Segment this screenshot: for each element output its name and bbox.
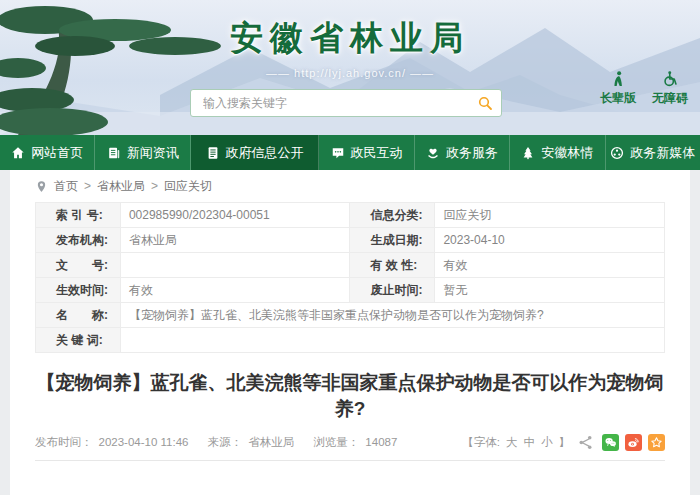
validity-value: 有效 — [435, 253, 665, 278]
search-button[interactable] — [469, 90, 501, 116]
table-row: 索 引 号: 002985990/202304-00051 信息分类: 回应关切 — [36, 203, 665, 228]
banner: 安徽省林业局 —— http://lyj.ah.gov.cn/ —— 长辈版 — [0, 0, 700, 135]
nav-label: 政府信息公开 — [226, 144, 304, 162]
doc-number-label: 文 号: — [36, 253, 121, 278]
breadcrumb-bureau[interactable]: 省林业局 — [97, 178, 145, 195]
validity-label: 有 效 性: — [350, 253, 435, 278]
repeal-time-value: 暂无 — [435, 278, 665, 303]
publish-time-label: 发布时间： — [35, 436, 93, 448]
nav-label: 安徽林情 — [541, 144, 593, 162]
font-size-label-close: 】 — [559, 435, 571, 450]
site-url: —— http://lyj.ah.gov.cn/ —— — [0, 67, 700, 79]
nav-item-forestry[interactable]: 安徽林情 — [510, 135, 605, 170]
font-size-label-open: 【字体: — [462, 435, 500, 450]
repeal-time-label: 废止时间: — [350, 278, 435, 303]
quick-links: 长辈版 无障碍 — [600, 70, 688, 107]
breadcrumb-separator: > — [84, 179, 91, 193]
breadcrumb-separator: > — [151, 179, 158, 193]
favorite-star-button[interactable] — [648, 434, 665, 451]
effective-time-label: 生效时间: — [36, 278, 121, 303]
index-number-label: 索 引 号: — [36, 203, 121, 228]
share-nodes-icon[interactable] — [578, 435, 594, 451]
nav-item-news[interactable]: 新闻资讯 — [95, 135, 190, 170]
elder-version-label: 长辈版 — [600, 90, 636, 107]
content-area: 首页 > 省林业局 > 回应关切 索 引 号: 002985990/202304… — [10, 170, 690, 495]
article-meta-left: 发布时间：2023-04-10 11:46 来源：省林业局 浏览量：14087 — [35, 435, 403, 450]
nav-label: 政务新媒体 — [630, 144, 695, 162]
nav-label: 政民互动 — [351, 144, 403, 162]
search-input[interactable] — [191, 96, 469, 110]
source-label: 来源： — [208, 436, 243, 448]
nav-item-gov-info[interactable]: 政府信息公开 — [191, 135, 319, 170]
keywords-label: 关 键 词: — [36, 328, 121, 353]
generation-date-label: 生成日期: — [350, 228, 435, 253]
nav-item-interaction[interactable]: 政民互动 — [319, 135, 414, 170]
nav-item-new-media[interactable]: 政务新媒体 — [606, 135, 700, 170]
page: 安徽省林业局 —— http://lyj.ah.gov.cn/ —— 长辈版 — [0, 0, 700, 495]
views-label: 浏览量： — [313, 436, 359, 448]
nav-label: 新闻资讯 — [127, 144, 179, 162]
nav-item-home[interactable]: 网站首页 — [0, 135, 95, 170]
table-row: 名 称: 【宠物饲养】蓝孔雀、北美浣熊等非国家重点保护动物是否可以作为宠物饲养? — [36, 303, 665, 328]
media-circle-icon — [610, 146, 624, 160]
table-row: 生效时间: 有效 废止时间: 暂无 — [36, 278, 665, 303]
document-info-table: 索 引 号: 002985990/202304-00051 信息分类: 回应关切… — [35, 202, 665, 353]
wechat-icon — [604, 436, 617, 449]
site-title: 安徽省林业局 — [0, 16, 700, 61]
breadcrumb: 首页 > 省林业局 > 回应关切 — [35, 170, 665, 202]
nav-label: 网站首页 — [31, 144, 83, 162]
news-icon — [107, 146, 121, 160]
accessibility-link[interactable]: 无障碍 — [652, 70, 688, 107]
star-favorite-icon — [650, 436, 663, 449]
article-meta-row: 发布时间：2023-04-10 11:46 来源：省林业局 浏览量：14087 … — [35, 434, 665, 461]
issuing-agency-value: 省林业局 — [120, 228, 350, 253]
tree-icon — [521, 146, 535, 160]
source-value: 省林业局 — [248, 436, 294, 448]
issuing-agency-label: 发布机构: — [36, 228, 121, 253]
keywords-value — [120, 328, 664, 353]
elder-person-icon — [610, 70, 627, 87]
effective-time-value: 有效 — [120, 278, 350, 303]
chat-icon — [331, 146, 345, 160]
info-category-value: 回应关切 — [435, 203, 665, 228]
generation-date-value: 2023-04-10 — [435, 228, 665, 253]
name-value: 【宠物饲养】蓝孔雀、北美浣熊等非国家重点保护动物是否可以作为宠物饲养? — [120, 303, 664, 328]
location-pin-icon — [35, 180, 48, 193]
views-value: 14087 — [365, 436, 397, 448]
font-size-large[interactable]: 大 — [506, 435, 518, 450]
font-size-small[interactable]: 小 — [541, 435, 553, 450]
nav-item-services[interactable]: 政务服务 — [415, 135, 510, 170]
nav-label: 政务服务 — [446, 144, 498, 162]
table-row: 发布机构: 省林业局 生成日期: 2023-04-10 — [36, 228, 665, 253]
publish-time-value: 2023-04-10 11:46 — [99, 436, 189, 448]
weibo-icon — [627, 436, 640, 449]
breadcrumb-home[interactable]: 首页 — [54, 178, 78, 195]
accessibility-label: 无障碍 — [652, 90, 688, 107]
weibo-share-button[interactable] — [625, 434, 642, 451]
search-icon — [477, 95, 493, 111]
index-number-value: 002985990/202304-00051 — [120, 203, 350, 228]
heart-service-icon — [426, 146, 440, 160]
elder-version-link[interactable]: 长辈版 — [600, 70, 636, 107]
table-row: 文 号: 有 效 性: 有效 — [36, 253, 665, 278]
wheelchair-icon — [662, 70, 679, 87]
search-box — [190, 89, 502, 117]
main-nav: 网站首页 新闻资讯 政府信息公开 — [0, 135, 700, 170]
info-category-label: 信息分类: — [350, 203, 435, 228]
breadcrumb-current: 回应关切 — [164, 178, 212, 195]
name-label: 名 称: — [36, 303, 121, 328]
doc-number-value — [120, 253, 350, 278]
article-title: 【宠物饲养】蓝孔雀、北美浣熊等非国家重点保护动物是否可以作为宠物饲养? — [35, 370, 665, 422]
home-icon — [11, 146, 25, 160]
table-row: 关 键 词: — [36, 328, 665, 353]
font-size-medium[interactable]: 中 — [524, 435, 536, 450]
article-meta-right: 【字体: 大 中 小 】 — [462, 434, 665, 451]
document-icon — [206, 146, 220, 160]
wechat-share-button[interactable] — [602, 434, 619, 451]
